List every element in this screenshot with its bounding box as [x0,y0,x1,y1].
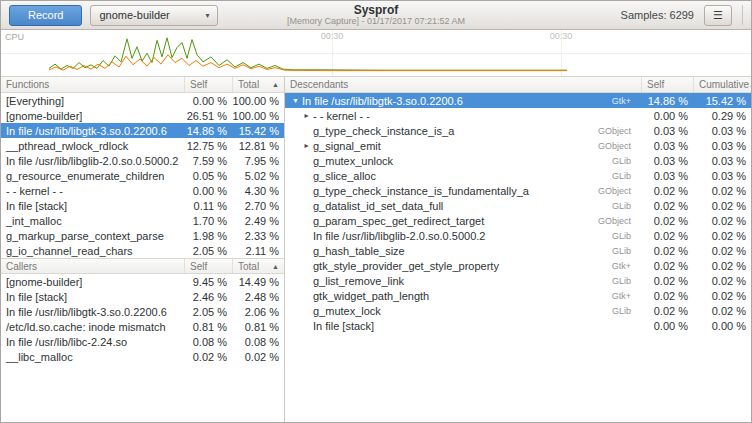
total-percent: 0.00 % [693,320,751,332]
descendants-self-column-header[interactable]: Self [641,77,693,92]
symbol-name: In file [stack] [1,200,184,212]
expander-closed-icon[interactable]: ▸ [300,141,313,150]
table-row[interactable]: ▾In file /usr/lib/libgtk-3.so.0.2200.6Gt… [285,93,751,108]
table-row[interactable]: In file [stack]0.11 %2.70 % [1,198,284,213]
functions-self-column-header[interactable]: Self [184,77,232,92]
total-percent: 0.29 % [693,110,751,122]
table-row[interactable]: In file [stack]2.46 %2.48 % [1,289,284,304]
total-percent: 0.02 % [693,260,751,272]
table-row[interactable]: g_markup_parse_context_parse1.98 %2.33 % [1,228,284,243]
self-percent: 14.86 % [641,95,693,107]
table-row[interactable]: [gnome-builder]26.51 %100.00 % [1,108,284,123]
cpu-graph[interactable]: CPU 00:3000:30 [1,30,751,77]
symbol-name: g_io_channel_read_chars [1,245,184,257]
total-percent: 5.02 % [232,170,284,182]
sort-indicator-icon: ▲ [272,263,279,270]
right-panel-filler [285,333,751,423]
symbol-name: g_mutex_lock [313,305,612,317]
total-percent: 15.42 % [232,125,284,137]
headerbar: Record gnome-builder ▾ Sysprof [Memory C… [1,1,751,30]
symbol-name: g_markup_parse_context_parse [1,230,184,242]
header-separator [742,5,743,25]
symbol-name: g_type_check_instance_is_a [313,125,598,137]
table-row[interactable]: g_mutex_unlockGLib0.03 %0.03 % [285,153,751,168]
self-percent: 0.00 % [184,185,232,197]
table-row[interactable]: gtk_style_provider_get_style_propertyGtk… [285,258,751,273]
self-percent: 1.98 % [184,230,232,242]
profile-target-select[interactable]: gnome-builder ▾ [90,5,218,26]
total-percent: 0.08 % [232,336,284,348]
symbol-name: [gnome-builder] [1,110,184,122]
table-row[interactable]: In file /usr/lib/libglib-2.0.so.0.5000.2… [1,153,284,168]
table-row[interactable]: g_type_check_instance_is_fundamentally_a… [285,183,751,198]
table-row[interactable]: In file /usr/lib/libgtk-3.so.0.2200.62.0… [1,304,284,319]
self-percent: 0.02 % [641,230,693,242]
expander-closed-icon[interactable]: ▸ [300,111,313,120]
functions-total-column-header[interactable]: Total ▲ [232,77,284,92]
symbol-name: g_slice_alloc [313,170,612,182]
symbol-name: In file [stack] [1,291,184,303]
cpu-usage-chart [1,30,752,76]
table-row[interactable]: __pthread_rwlock_rdlock12.75 %12.81 % [1,138,284,153]
table-row[interactable]: In file /usr/lib/libc-2.24.so0.08 %0.08 … [1,334,284,349]
total-percent: 12.81 % [232,140,284,152]
expander-open-icon[interactable]: ▾ [289,96,302,105]
self-percent: 0.81 % [184,321,232,333]
table-row[interactable]: g_slice_allocGLib0.03 %0.03 % [285,168,751,183]
table-row[interactable]: g_datalist_id_set_data_fullGLib0.02 %0.0… [285,198,751,213]
table-row[interactable]: [Everything]0.00 %100.00 % [1,93,284,108]
table-row[interactable]: ▸g_signal_emitGObject0.03 %0.03 % [285,138,751,153]
symbol-name: g_datalist_id_set_data_full [313,200,612,212]
self-percent: 26.51 % [184,110,232,122]
symbol-name: [gnome-builder] [1,276,184,288]
table-row[interactable]: In file /usr/lib/libgtk-3.so.0.2200.614.… [1,123,284,138]
table-row[interactable]: - - kernel - -0.00 %4.30 % [1,183,284,198]
self-percent: 0.00 % [184,95,232,107]
self-percent: 7.59 % [184,155,232,167]
main-content: Functions Self Total ▲ [Everything]0.00 … [1,77,751,423]
table-row[interactable]: gtk_widget_path_lengthGtk+0.02 %0.02 % [285,288,751,303]
samples-count: Samples: 6299 [621,9,694,21]
table-row[interactable]: /etc/ld.so.cache: inode mismatch0.81 %0.… [1,319,284,334]
table-row[interactable]: _int_malloc1.70 %2.49 % [1,213,284,228]
total-percent: 0.03 % [693,140,751,152]
symbol-name: __libc_malloc [1,351,184,363]
callers-total-column-header[interactable]: Total ▲ [232,259,284,273]
table-row[interactable]: g_list_remove_linkGLib0.02 %0.02 % [285,273,751,288]
table-row[interactable]: In file /usr/lib/libglib-2.0.so.0.5000.2… [285,228,751,243]
table-row[interactable]: g_mutex_lockGLib0.02 %0.02 % [285,303,751,318]
callers-column-header[interactable]: Callers [1,261,184,272]
functions-column-header[interactable]: Functions [1,79,184,90]
symbol-name: g_signal_emit [313,140,598,152]
table-row[interactable]: g_io_channel_read_chars2.05 %2.11 % [1,243,284,258]
self-percent: 0.08 % [184,336,232,348]
total-percent: 2.70 % [232,200,284,212]
table-row[interactable]: In file [stack]0.00 %0.00 % [285,318,751,333]
total-percent: 15.42 % [693,95,751,107]
table-row[interactable]: g_hash_table_sizeGLib0.02 %0.02 % [285,243,751,258]
record-button[interactable]: Record [9,5,82,26]
symbol-name: _int_malloc [1,215,184,227]
symbol-name: gtk_style_provider_get_style_property [313,260,612,272]
descendants-cumulative-column-header[interactable]: Cumulative ▲ [693,77,751,92]
self-percent: 0.00 % [641,320,693,332]
symbol-name: - - kernel - - [1,185,184,197]
symbol-name: /etc/ld.so.cache: inode mismatch [1,321,184,333]
table-row[interactable]: g_param_spec_get_redirect_targetGObject0… [285,213,751,228]
symbol-name: __pthread_rwlock_rdlock [1,140,184,152]
callers-self-column-header[interactable]: Self [184,259,232,273]
table-row[interactable]: __libc_malloc0.02 %0.02 % [1,349,284,364]
library-badge: GLib [612,306,631,316]
self-percent: 0.02 % [641,275,693,287]
table-row[interactable]: g_type_check_instance_is_aGObject0.03 %0… [285,123,751,138]
self-percent: 1.70 % [184,215,232,227]
table-row[interactable]: g_resource_enumerate_children0.05 %5.02 … [1,168,284,183]
cpu-green-line [49,38,567,70]
table-row[interactable]: [gnome-builder]9.45 %14.49 % [1,274,284,289]
callers-header-row: Callers Self Total ▲ [1,258,284,274]
self-percent: 0.03 % [641,125,693,137]
self-percent: 2.05 % [184,306,232,318]
menu-button[interactable]: ☰ [704,5,732,26]
descendants-column-header[interactable]: Descendants [285,79,641,90]
table-row[interactable]: ▸- - kernel - -0.00 %0.29 % [285,108,751,123]
